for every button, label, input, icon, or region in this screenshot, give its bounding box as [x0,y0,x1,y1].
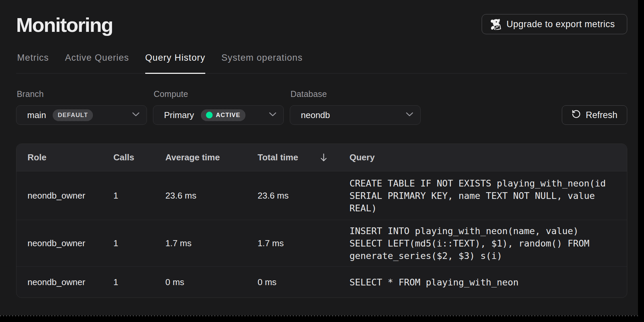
cell-total-time: 1.7 ms [247,238,338,249]
branch-value: main [27,110,46,120]
monitoring-page: Monitoring Upgrade to export metrics Met… [0,0,638,315]
tab-bar: Metrics Active Queries Query History Sys… [16,51,627,73]
active-badge-label: ACTIVE [216,112,240,119]
table-row[interactable]: neondb_owner 1 23.6 ms 23.6 ms CREATE TA… [16,171,627,220]
cell-average-time: 23.6 ms [154,191,247,201]
cell-query: CREATE TABLE IF NOT EXISTS playing_with_… [338,177,627,214]
refresh-button-label: Refresh [586,110,618,120]
branch-select[interactable]: main DEFAULT [16,105,147,125]
branch-label: Branch [17,89,44,99]
cell-average-time: 1.7 ms [154,238,247,249]
compute-select[interactable]: Primary ACTIVE [153,105,284,125]
database-label: Database [290,89,327,99]
total-time-label: Total time [258,152,298,163]
sort-desc-arrow-icon[interactable] [320,153,328,162]
page-title: Monitoring [16,13,113,37]
database-value: neondb [301,110,330,120]
chevron-down-icon [132,112,140,118]
compute-label: Compute [154,89,188,99]
chevron-down-icon [406,112,414,118]
refresh-icon [572,109,581,121]
tab-active-queries[interactable]: Active Queries [65,51,129,74]
cell-query: INSERT INTO playing_with_neon(name, valu… [338,225,627,262]
table-header-row: Role Calls Average time Total time Query [16,144,627,171]
upgrade-to-export-metrics-button[interactable]: Upgrade to export metrics [482,14,627,34]
database-select[interactable]: neondb [290,105,421,125]
cell-role: neondb_owner [16,277,102,287]
table-row[interactable]: neondb_owner 1 0 ms 0 ms SELECT * FROM p… [16,267,627,298]
compute-value: Primary [164,110,194,120]
datadog-icon [490,18,501,30]
cell-average-time: 0 ms [154,277,247,287]
cell-calls: 1 [102,238,154,249]
cell-role: neondb_owner [16,191,102,201]
cell-role: neondb_owner [16,238,102,249]
column-header-query[interactable]: Query [338,152,627,163]
cell-query: SELECT * FROM playing_with_neon [338,276,627,288]
column-header-role[interactable]: Role [16,152,102,163]
upgrade-button-label: Upgrade to export metrics [506,19,615,30]
tab-system-operations[interactable]: System operations [221,51,303,74]
cell-total-time: 0 ms [247,277,338,287]
active-status-dot [206,112,213,118]
table-row[interactable]: neondb_owner 1 1.7 ms 1.7 ms INSERT INTO… [16,220,627,267]
query-history-table: Role Calls Average time Total time Query… [16,144,627,298]
column-header-total-time[interactable]: Total time [247,152,338,163]
refresh-button[interactable]: Refresh [562,105,627,125]
column-header-average-time[interactable]: Average time [154,152,247,163]
chevron-down-icon [269,112,277,118]
active-badge: ACTIVE [201,109,246,121]
tab-query-history[interactable]: Query History [145,51,205,74]
table-body: neondb_owner 1 23.6 ms 23.6 ms CREATE TA… [16,171,627,298]
default-badge: DEFAULT [53,109,93,121]
cell-total-time: 23.6 ms [247,191,338,201]
cell-calls: 1 [102,277,154,287]
column-header-calls[interactable]: Calls [102,152,154,163]
tab-metrics[interactable]: Metrics [17,51,49,74]
cell-calls: 1 [102,191,154,201]
